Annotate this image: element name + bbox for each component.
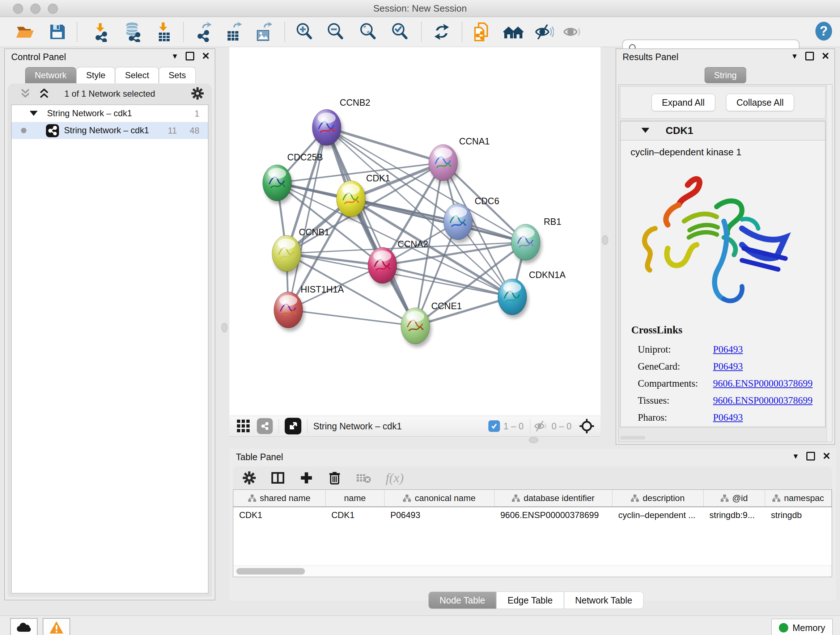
zoom-fit-icon[interactable] xyxy=(357,21,378,42)
results-vertical-scrollbar[interactable] xyxy=(827,85,832,442)
left-splitter-handle[interactable] xyxy=(221,323,227,333)
zoom-in-icon[interactable] xyxy=(294,21,315,42)
export-image-icon[interactable] xyxy=(253,21,274,42)
export-table-icon[interactable] xyxy=(223,21,244,42)
node-label: CDC6 xyxy=(475,196,499,206)
open-session-icon[interactable] xyxy=(14,21,35,42)
network-node-cdkn1a[interactable] xyxy=(498,279,529,318)
table-cell[interactable]: 9606.ENSP00000378699 xyxy=(494,507,613,523)
tab-style[interactable]: Style xyxy=(76,67,115,83)
tab-select[interactable]: Select xyxy=(115,67,159,83)
tab-network[interactable]: Network xyxy=(25,67,76,83)
network-row[interactable]: String Network – cdk1 11 48 xyxy=(11,122,208,139)
scrollbar-thumb[interactable] xyxy=(236,568,305,575)
panel-menu-icon[interactable]: ▼ xyxy=(172,52,179,60)
add-column-icon[interactable] xyxy=(300,471,313,485)
column-type-icon xyxy=(512,494,520,502)
column-header-database-identifier[interactable]: database identifier xyxy=(494,490,613,507)
panel-float-icon[interactable] xyxy=(806,452,815,461)
network-edge[interactable] xyxy=(288,310,415,326)
bottom-splitter-handle[interactable] xyxy=(529,437,538,443)
table-cell[interactable]: stringdb xyxy=(765,507,832,523)
export-network-icon[interactable] xyxy=(193,21,213,42)
network-node-ccnb1[interactable] xyxy=(272,235,303,275)
network-edge[interactable] xyxy=(327,127,443,163)
expand-all-button[interactable]: Expand All xyxy=(652,94,715,111)
cloud-button[interactable] xyxy=(10,618,38,635)
table-options-gear-icon[interactable] xyxy=(242,471,256,485)
column-header-canonical-name[interactable]: canonical name xyxy=(385,490,494,507)
column-header-shared-name[interactable]: shared name xyxy=(233,490,325,507)
tab-sets[interactable]: Sets xyxy=(159,67,196,83)
section-collapse-icon[interactable] xyxy=(641,128,649,133)
network-node-ccna2[interactable] xyxy=(368,247,399,287)
panel-float-icon[interactable] xyxy=(186,52,194,60)
table-cell[interactable]: P06493 xyxy=(385,507,494,523)
network-node-rb1[interactable] xyxy=(511,224,542,264)
import-network-from-database-icon[interactable] xyxy=(122,21,143,42)
crosslink-link[interactable]: 9606.ENSP00000378699 xyxy=(713,378,813,389)
show-all-icon[interactable] xyxy=(561,21,583,42)
table-cell[interactable]: CDK1 xyxy=(233,507,325,523)
column-header-namespac[interactable]: namespac xyxy=(765,490,832,507)
import-table-icon[interactable] xyxy=(153,21,174,42)
crosslink-link[interactable]: 9606.ENSP00000378699 xyxy=(713,395,813,406)
import-network-icon[interactable] xyxy=(90,21,111,42)
panel-close-icon[interactable]: ✕ xyxy=(821,52,829,60)
houses-icon[interactable] xyxy=(503,21,524,42)
hide-selected-icon[interactable] xyxy=(533,21,554,42)
panel-float-icon[interactable] xyxy=(805,52,814,60)
tab-edge-table[interactable]: Edge Table xyxy=(496,592,564,609)
right-splitter-handle[interactable] xyxy=(602,235,608,245)
panel-menu-icon[interactable]: ▼ xyxy=(791,52,798,60)
birds-eye-view-icon[interactable] xyxy=(285,418,302,434)
save-session-icon[interactable] xyxy=(47,21,68,42)
panel-menu-icon[interactable]: ▼ xyxy=(792,452,799,461)
panel-close-icon[interactable]: ✕ xyxy=(822,452,831,460)
grid-view-icon[interactable] xyxy=(237,419,250,433)
network-edge[interactable] xyxy=(351,199,526,242)
tab-string[interactable]: String xyxy=(704,67,747,83)
crosslink-link[interactable]: P06493 xyxy=(713,361,743,372)
table-cell[interactable]: CDK1 xyxy=(325,507,385,523)
table-horizontal-scrollbar[interactable] xyxy=(233,565,832,577)
column-header-name[interactable]: name xyxy=(325,490,385,507)
string-documents-icon[interactable] xyxy=(472,21,493,42)
network-node-hist1h1a[interactable] xyxy=(274,292,305,331)
node-label: CCNE1 xyxy=(431,301,462,311)
tab-network-table[interactable]: Network Table xyxy=(564,592,644,609)
crosslink-link[interactable]: P06493 xyxy=(713,412,743,423)
results-horizontal-scrollbar[interactable] xyxy=(620,436,645,440)
zoom-out-icon[interactable] xyxy=(325,21,346,42)
tab-node-table[interactable]: Node Table xyxy=(428,592,496,609)
network-canvas[interactable]: CCNB2CCNA1CDC25BCDK1CDC6RB1CCNB1CCNA2CDK… xyxy=(229,47,600,416)
table-cell[interactable]: cyclin–dependent ... xyxy=(613,507,704,523)
toolbar-separator xyxy=(421,22,422,42)
network-node-ccne1[interactable] xyxy=(401,308,431,347)
warnings-button[interactable] xyxy=(43,618,70,635)
collection-collapse-icon[interactable] xyxy=(30,111,38,116)
warning-icon xyxy=(49,621,64,634)
node-result-header[interactable]: CDK1 xyxy=(621,121,825,141)
network-options-gear-icon[interactable] xyxy=(191,87,204,100)
fit-selected-crosshair-icon[interactable] xyxy=(579,418,595,434)
network-thumbnail-icon[interactable] xyxy=(257,418,273,434)
network-edge[interactable] xyxy=(327,127,415,326)
table-cell[interactable]: stringdb:9... xyxy=(704,507,765,523)
column-header-description[interactable]: description xyxy=(613,490,704,507)
collapse-all-button[interactable]: Collapse All xyxy=(726,94,794,111)
zoom-selected-icon[interactable] xyxy=(389,21,410,42)
refresh-icon[interactable] xyxy=(431,21,452,42)
network-node-ccnb2[interactable] xyxy=(312,109,343,149)
column-header-id[interactable]: @id xyxy=(704,490,765,507)
panel-close-icon[interactable]: ✕ xyxy=(202,52,210,60)
hidden-eye-slash-icon[interactable] xyxy=(533,420,548,432)
help-icon[interactable]: ? xyxy=(813,21,834,42)
delete-column-icon[interactable] xyxy=(328,470,341,485)
crosslink-link[interactable]: P06493 xyxy=(713,344,743,355)
network-collection-row[interactable]: String Network – cdk1 1 xyxy=(11,105,208,122)
show-columns-icon[interactable] xyxy=(271,470,285,485)
table-row[interactable]: CDK1CDK1P064939606.ENSP00000378699cyclin… xyxy=(233,507,832,523)
selected-checkbox-icon[interactable] xyxy=(488,420,500,432)
memory-button[interactable]: Memory xyxy=(771,619,833,635)
